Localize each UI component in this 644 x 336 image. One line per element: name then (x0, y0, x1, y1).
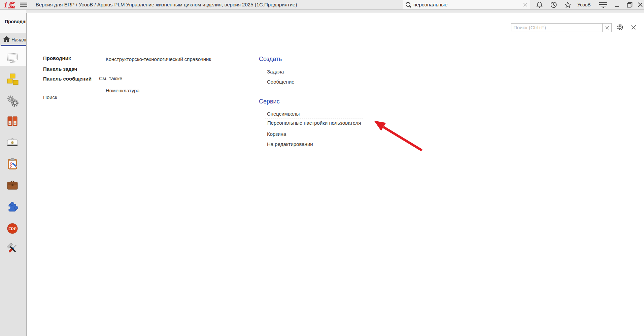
sidebar-item-gears[interactable] (6, 94, 19, 108)
search-icon (405, 2, 412, 8)
nav-search[interactable]: Поиск (43, 94, 57, 100)
erp-badge-icon: ERP (6, 222, 19, 235)
panel-search-clear-button[interactable] (602, 23, 612, 32)
sidebar-item-clipboard[interactable] (6, 157, 19, 171)
brown-briefcase-icon (6, 179, 19, 192)
history-icon[interactable] (550, 1, 557, 8)
panel-settings-gear-icon[interactable] (616, 24, 624, 31)
group-header-create[interactable]: Создать (259, 56, 282, 63)
clear-search-icon[interactable] (523, 3, 527, 7)
nav-message-panel[interactable]: Панель сообщений (43, 76, 92, 82)
link-design-reference[interactable]: Конструкторско-технологический справочни… (106, 56, 211, 62)
red-binders-icon (6, 114, 19, 128)
clear-icon (605, 26, 609, 30)
blue-puzzle-icon (6, 200, 19, 213)
clipboard-tasks-icon (6, 157, 19, 171)
nav-explorer[interactable]: Проводник (43, 55, 71, 61)
gears-icon (6, 94, 19, 108)
title-bar: 1 Версия для ERP / УсовВ / Appius-PLM Уп… (0, 0, 644, 10)
panel-search-input[interactable] (511, 23, 604, 31)
window-title: Версия для ERP / УсовВ / Appius-PLM Упра… (36, 0, 297, 9)
sidebar-item-brown-briefcase[interactable] (6, 179, 19, 192)
main-menu-hamburger-icon[interactable] (20, 2, 28, 7)
sidebar-item-monitor[interactable] (6, 51, 19, 65)
tools-icon (6, 242, 19, 255)
sidebar-item-binders[interactable] (6, 114, 19, 128)
link-nomenclature[interactable]: Номенклатура (106, 88, 140, 93)
close-window-button[interactable] (638, 2, 643, 7)
service-menu-icon[interactable] (599, 2, 608, 8)
sidebar-item-white-briefcase[interactable] (6, 136, 19, 149)
active-tab-underline (1, 45, 26, 46)
panel-close-icon[interactable] (631, 25, 636, 30)
1c-logo-icon: 1 (3, 1, 17, 9)
notifications-bell-icon[interactable] (536, 1, 543, 8)
minimize-button[interactable] (615, 3, 619, 7)
nav-task-panel[interactable]: Панель задач (43, 66, 77, 72)
global-search-value[interactable]: персональные (413, 0, 447, 9)
yellow-blocks-icon (6, 72, 19, 86)
svg-text:1: 1 (4, 1, 8, 9)
white-briefcase-icon (6, 136, 19, 149)
app-window: 1 Версия для ERP / УсовВ / Appius-PLM Уп… (0, 0, 644, 336)
service-personal-settings[interactable]: Персональные настройки пользователя (265, 119, 363, 127)
restore-button[interactable] (627, 2, 633, 8)
sidebar-item-erp[interactable]: ERP (6, 222, 19, 235)
svg-text:ERP: ERP (8, 227, 16, 231)
service-recycle-bin[interactable]: Корзина (267, 131, 286, 137)
see-also-label: См. также (99, 75, 122, 81)
global-search-box[interactable]: персональные (403, 0, 530, 9)
annotation-arrow-icon (367, 117, 426, 155)
current-user[interactable]: УсовВ (577, 0, 591, 9)
home-icon[interactable] (3, 36, 10, 42)
sidebar-item-tools[interactable] (6, 242, 19, 255)
create-task[interactable]: Задача (267, 69, 284, 74)
create-message[interactable]: Сообщение (267, 79, 295, 85)
service-special-symbols[interactable]: Спецсимволы (267, 111, 300, 117)
sidebar-item-blocks[interactable] (6, 72, 19, 86)
group-header-service[interactable]: Сервис (259, 98, 280, 105)
favorites-star-icon[interactable] (564, 1, 571, 8)
service-on-editing[interactable]: На редактировании (267, 141, 313, 147)
monitor-icon (6, 51, 19, 65)
functions-menu-panel: Проводник Панель задач Панель сообщений … (26, 13, 644, 336)
sidebar-item-puzzle[interactable] (6, 200, 19, 213)
